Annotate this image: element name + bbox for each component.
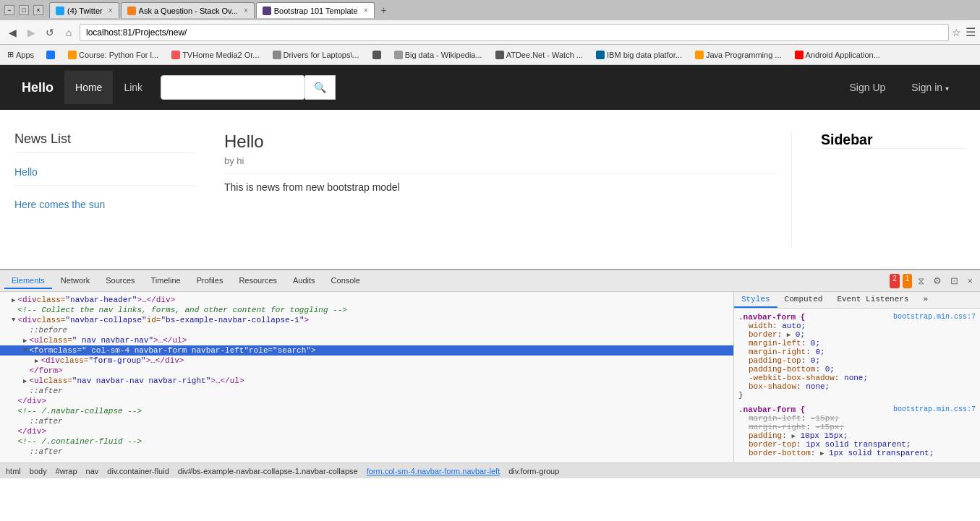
bookmark-ibm[interactable]: IBM big data platfor... [592,49,686,61]
expand-icon[interactable]: ▼ [12,317,15,324]
devtools-close-icon[interactable]: × [964,274,976,288]
expand-icon: ▶ [791,433,795,440]
expand-icon[interactable]: ▶ [12,296,15,304]
status-form-selected[interactable]: form.col-sm-4.navbar-form.navbar-left [367,467,500,475]
navbar-search-button[interactable]: 🔍 [305,75,336,100]
url-input[interactable] [80,24,949,41]
elements-panel[interactable]: ▶ <div class="navbar-header">…</div> <!-… [0,292,734,462]
devtools-tab-network[interactable]: Network [54,273,97,289]
back-button[interactable]: ◀ [4,25,20,40]
form-val-role: "search" [273,346,311,355]
reload-button[interactable]: ↺ [42,25,58,40]
status-wrap[interactable]: #wrap [56,467,77,475]
styles-tab-computed[interactable]: Computed [777,292,830,308]
elem-line-navbar-header[interactable]: ▶ <div class="navbar-header">…</div> [0,295,733,305]
maximize-button[interactable]: □ [19,5,29,15]
elem-line-comment3[interactable]: <!-- /.container-fluid --> [0,436,733,447]
news-link-sun[interactable]: Here comes the sun [14,194,195,215]
styles-tab-events[interactable]: Event Listeners [830,292,916,308]
title-bar: − □ × (4) Twitter × Ask a Question - Sta… [0,0,980,20]
elem-line-form-close[interactable]: </form> [0,366,733,376]
css-prop-val: 0; [825,365,835,374]
css-file-link-2[interactable]: bootstrap.min.css:7 [893,405,976,413]
nav-link-link[interactable]: Link [113,71,153,104]
status-container[interactable]: div.container-fluid [107,467,169,475]
elem-line-after3[interactable]: ::after [0,447,733,457]
elem-line-comment1[interactable]: <!-- Collect the nav links, forms, and o… [0,305,733,315]
navbar-brand[interactable]: Hello [11,73,64,103]
css-prop-name: margin-left [749,414,801,423]
tab-stackoverflow[interactable]: Ask a Question - Stack Ov... × [121,2,255,18]
devtools-dock-icon[interactable]: ⊡ [947,274,961,288]
status-html[interactable]: html [6,467,21,475]
bookmark-wiki[interactable]: Big data - Wikipedia... [391,49,486,61]
elem-attr: class= [43,336,72,345]
elem-line-navbar-collapse[interactable]: ▼ <div class="navbar-collapse" id="bs-ex… [0,315,733,325]
navbar-search-input[interactable] [161,75,305,100]
tab-bootstrap[interactable]: Bootstrap 101 Template × [256,2,375,18]
elem-line-div-close[interactable]: </div> [0,396,733,406]
bookmark-bk[interactable] [369,49,385,61]
status-div-form-group[interactable]: div.form-group [508,467,559,475]
devtools-tab-resources[interactable]: Resources [231,273,284,289]
bookmark-fb[interactable] [43,49,59,61]
devtools-tab-console[interactable]: Console [324,273,367,289]
elem-line-after1[interactable]: ::after [0,386,733,396]
close-button[interactable]: × [33,5,43,15]
nav-link-home[interactable]: Home [64,71,113,104]
devtools-tab-sources[interactable]: Sources [98,273,142,289]
expand-icon[interactable]: ▶ [35,357,38,365]
tab-twitter[interactable]: (4) Twitter × [49,2,119,18]
elem-line-div-close2[interactable]: </div> [0,426,733,436]
bookmark-atdee[interactable]: ATDee.Net - Watch ... [492,49,587,61]
elem-line-form-group[interactable]: ▶ <div class="form-group">…</div> [0,356,733,366]
elem-line-comment2[interactable]: <!-- /.navbar-collapse --> [0,406,733,416]
home-button[interactable]: ⌂ [61,25,77,40]
error-count-badge: 2 [890,274,900,288]
elem-line-form-selected[interactable]: ▼ <form class=" col-sm-4 navbar-form nav… [0,345,733,356]
elem-line-ul-right[interactable]: ▶ <ul class="nav navbar-nav navbar-right… [0,376,733,386]
elem-line-ul-nav[interactable]: ▶ <ul class=" nav navbar-nav">…</ul> [0,335,733,345]
devtools-tab-profiles[interactable]: Profiles [189,273,231,289]
expand-icon[interactable]: ▶ [23,337,27,345]
css-prop-name: border-bottom [749,449,811,457]
devtools-filter-icon[interactable]: ⧖ [915,274,927,288]
forward-button[interactable]: ▶ [23,25,39,40]
elem-attr2: id= [147,316,161,324]
minimize-button[interactable]: − [4,5,14,15]
css-prop-p2: padding: ▶ 10px 15px; [738,431,976,440]
bookmark-label: Android Application... [806,51,880,59]
expand-icon[interactable]: ▶ [23,377,27,385]
browser-menu-icon[interactable]: ☰ [966,25,976,39]
bookmark-tvhome[interactable]: TVHome Media2 Or... [168,49,263,61]
devtools-tab-elements[interactable]: Elements [4,273,52,289]
devtools-tab-timeline[interactable]: Timeline [144,273,188,289]
new-tab-button[interactable]: + [376,2,392,18]
bookmark-py[interactable]: Course: Python For l... [64,49,162,61]
devtools-settings-icon[interactable]: ⚙ [930,274,945,288]
bookmark-yt[interactable]: Android Application... [791,49,884,61]
bookmark-star-icon[interactable]: ☆ [952,27,961,38]
status-bs-collapse[interactable]: div#bs-example-navbar-collapse-1.navbar-… [178,467,358,475]
devtools-tab-audits[interactable]: Audits [286,273,323,289]
styles-tab-styles[interactable]: Styles [734,292,777,308]
elem-line-before1[interactable]: ::before [0,325,733,335]
styles-tab-more[interactable]: » [916,292,935,308]
elem-line-after2[interactable]: ::after [0,416,733,426]
tab-close-icon[interactable]: × [244,7,248,14]
tab-close-icon[interactable]: × [108,7,113,14]
css-file-link-1[interactable]: bootstrap.min.css:7 [893,313,976,321]
expand-icon[interactable]: ▼ [23,347,27,354]
apps-bookmark[interactable]: ⊞ Apps [4,48,37,61]
status-body[interactable]: body [30,467,47,475]
bookmark-java[interactable]: Java Programming ... [691,49,785,61]
tab-close-icon[interactable]: × [364,7,368,14]
bookmark-drivers[interactable]: Drivers for Laptops\... [269,49,363,61]
signin-link[interactable]: Sign in ▾ [902,77,958,98]
signup-link[interactable]: Sign Up [840,77,895,98]
css-rule-1: .navbar-form { bootstrap.min.css:7 width… [738,313,976,400]
bookmark-label: Drivers for Laptops\... [284,51,359,59]
status-nav[interactable]: nav [86,467,99,475]
news-link-hello[interactable]: Hello [14,162,195,182]
article-by: by hi [224,155,777,166]
